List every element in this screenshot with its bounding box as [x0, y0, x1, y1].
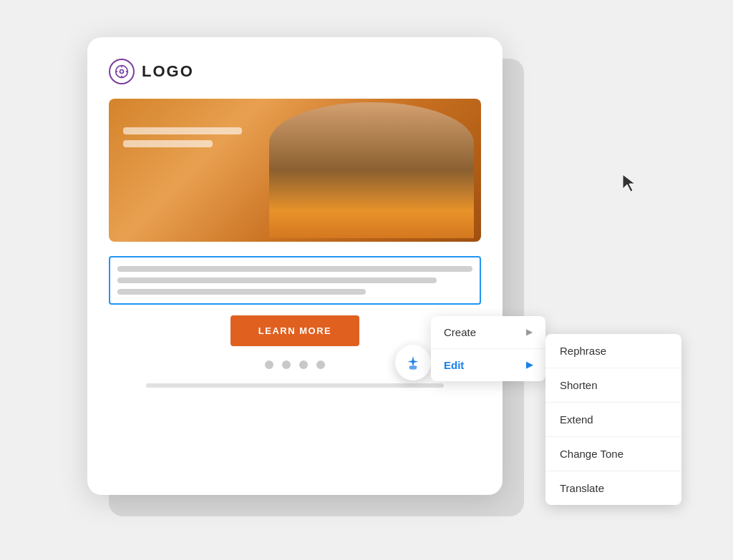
dot-1: [265, 360, 273, 369]
hero-person-silhouette: [269, 102, 474, 238]
dot-4: [316, 360, 325, 369]
submenu-shorten-label: Shorten: [560, 379, 598, 391]
submenu-rephrase-label: Rephrase: [560, 345, 606, 357]
submenu-item-translate[interactable]: Translate: [545, 471, 681, 505]
svg-point-1: [120, 69, 124, 73]
hero-placeholder-lines: [123, 127, 272, 153]
submenu-extend-label: Extend: [560, 413, 593, 426]
text-content-block: [109, 256, 481, 305]
scene: LOGO LEARN MORE: [87, 37, 646, 524]
text-line-1: [117, 266, 472, 272]
submenu-item-change-tone[interactable]: Change Tone: [545, 437, 681, 471]
bottom-line: [146, 383, 444, 388]
ai-magic-button[interactable]: [395, 345, 431, 380]
main-card: LOGO LEARN MORE: [87, 37, 503, 495]
edit-arrow-icon: ▶: [526, 360, 533, 370]
hero-image: [109, 99, 481, 242]
submenu-item-rephrase[interactable]: Rephrase: [545, 334, 681, 368]
create-arrow-icon: ▶: [526, 327, 533, 337]
text-line-2: [117, 277, 437, 283]
text-line-3: [117, 289, 366, 295]
logo-text: LOGO: [142, 62, 194, 81]
submenu-item-extend[interactable]: Extend: [545, 403, 681, 437]
logo-area: LOGO: [109, 59, 481, 84]
context-menu-secondary: Rephrase Shorten Extend Change Tone Tran…: [545, 334, 681, 505]
submenu-translate-label: Translate: [560, 482, 604, 494]
dot-3: [299, 360, 308, 369]
cursor-pointer: [621, 173, 637, 193]
logo-icon: [109, 59, 135, 84]
hero-line-2: [123, 140, 213, 147]
hero-line-1: [123, 127, 242, 134]
menu-item-edit[interactable]: Edit ▶: [431, 349, 545, 381]
dot-2: [282, 360, 291, 369]
menu-item-create-label: Create: [444, 326, 476, 338]
menu-item-create[interactable]: Create ▶: [431, 316, 545, 349]
context-menu-primary: Create ▶ Edit ▶: [431, 316, 545, 381]
submenu-change-tone-label: Change Tone: [560, 448, 623, 460]
menu-item-edit-label: Edit: [444, 359, 464, 371]
submenu-item-shorten[interactable]: Shorten: [545, 368, 681, 403]
learn-more-button[interactable]: LEARN MORE: [230, 315, 359, 346]
